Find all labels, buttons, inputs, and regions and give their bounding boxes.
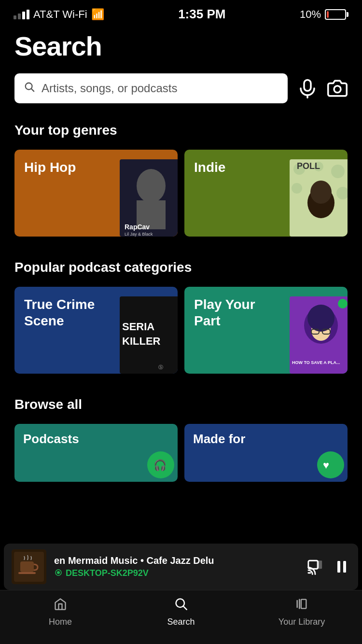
hiphop-label: Hip Hop — [24, 159, 76, 176]
svg-text:RapCav: RapCav — [125, 223, 150, 231]
svg-point-13 — [331, 165, 345, 178]
tab-library-label: Your Library — [278, 617, 325, 627]
device-name: DESKTOP-SK2P92V — [66, 568, 149, 578]
browse-grid: Podcasts 🎧 Made for ♥ — [14, 424, 348, 482]
now-playing-bar[interactable]: en Mermaid Music • Cafe Jazz Delu DESKTO… — [4, 544, 358, 590]
device-cast-icon — [54, 568, 63, 579]
svg-rect-37 — [20, 561, 34, 572]
now-playing-title: en Mermaid Music • Cafe Jazz Delu — [54, 555, 299, 566]
browse-card-podcasts[interactable]: Podcasts 🎧 — [14, 424, 178, 482]
svg-text:♥: ♥ — [323, 459, 329, 471]
genre-card-indie[interactable]: Indie POLL — [184, 150, 348, 237]
podcast-categories-title: Popular podcast categories — [14, 260, 348, 275]
podcasts-label: Podcasts — [23, 432, 79, 447]
svg-rect-43 — [317, 560, 322, 569]
svg-text:SERIA: SERIA — [122, 321, 154, 333]
status-right: 10% — [300, 8, 348, 21]
svg-text:Ⓢ: Ⓢ — [158, 364, 163, 370]
now-playing-controls — [307, 558, 350, 575]
madeforyou-label: Made for — [193, 432, 245, 447]
now-playing-device: DESKTOP-SK2P92V — [54, 568, 299, 579]
podcast-categories-grid: True CrimeScene SERIA KILLER Ⓢ Play Your… — [14, 287, 348, 374]
battery-percent: 10% — [300, 8, 321, 21]
tab-home-label: Home — [49, 617, 72, 627]
search-input-wrapper[interactable]: Artists, songs, or podcasts — [14, 73, 288, 103]
svg-line-1 — [31, 89, 34, 92]
truecrime-label: True CrimeScene — [24, 296, 95, 329]
main-content: Search Artists, songs, or podcasts — [0, 26, 362, 598]
hiphop-art: RapCav Lil Jay & Black — [120, 159, 178, 237]
svg-point-6 — [137, 169, 166, 203]
signal-icon — [14, 10, 29, 19]
status-bar: AT&T Wi-Fi 📶 1:35 PM 10% — [0, 0, 362, 26]
top-genres-grid: Hip Hop RapCav Lil Jay & Black Indie — [14, 150, 348, 237]
playyourpart-art: HOW TO SAVE A PLA... — [290, 296, 348, 374]
truecrime-art: SERIA KILLER Ⓢ — [120, 296, 178, 374]
genre-card-hiphop[interactable]: Hip Hop RapCav Lil Jay & Black — [14, 150, 178, 237]
browse-all-title: Browse all — [14, 397, 348, 412]
svg-text:KILLER: KILLER — [122, 335, 161, 347]
search-placeholder: Artists, songs, or podcasts — [42, 82, 177, 95]
carrier-text: AT&T Wi-Fi — [33, 8, 87, 21]
svg-point-4 — [334, 86, 341, 93]
status-time: 1:35 PM — [178, 7, 225, 22]
top-genres-title: Your top genres — [14, 123, 348, 138]
svg-line-47 — [183, 606, 187, 610]
library-icon — [295, 597, 308, 614]
page-title: Search — [14, 30, 348, 62]
svg-text:Lil Jay & Black: Lil Jay & Black — [125, 232, 153, 237]
playyourpart-label: Play YourPart — [194, 296, 255, 329]
now-playing-thumbnail — [12, 549, 46, 584]
svg-text:HOW TO SAVE A PLA...: HOW TO SAVE A PLA... — [292, 360, 340, 365]
svg-point-14 — [292, 183, 302, 194]
svg-text:POLL: POLL — [297, 161, 320, 171]
search-icon — [24, 82, 35, 95]
svg-point-33 — [317, 451, 344, 478]
mic-button[interactable] — [297, 78, 318, 98]
camera-button[interactable] — [327, 78, 348, 98]
tab-bar: Home Search Your Library — [0, 590, 362, 644]
status-left: AT&T Wi-Fi 📶 — [14, 8, 104, 21]
svg-text:🎧: 🎧 — [153, 459, 167, 472]
svg-rect-50 — [301, 600, 306, 609]
cast-button[interactable] — [307, 559, 323, 575]
podcast-card-truecrime[interactable]: True CrimeScene SERIA KILLER Ⓢ — [14, 287, 178, 374]
search-tab-icon — [174, 597, 188, 614]
svg-point-40 — [57, 571, 60, 574]
browse-card-madeforyou[interactable]: Made for ♥ — [184, 424, 348, 482]
browse-all-section: Browse all Podcasts 🎧 Made for ♥ — [14, 397, 348, 482]
svg-point-26 — [307, 305, 334, 332]
tab-library[interactable]: Your Library — [241, 597, 362, 627]
home-icon — [54, 597, 67, 614]
tab-home[interactable]: Home — [0, 597, 121, 627]
tab-search-label: Search — [167, 617, 195, 627]
svg-point-30 — [338, 299, 348, 308]
indie-art: POLL — [290, 159, 348, 237]
madeforyou-art: ♥ — [314, 448, 348, 482]
svg-rect-38 — [18, 572, 36, 574]
svg-rect-45 — [343, 561, 346, 573]
podcasts-art: 🎧 — [144, 448, 178, 482]
pause-button[interactable] — [333, 558, 350, 575]
svg-rect-2 — [304, 80, 311, 91]
indie-label: Indie — [194, 159, 225, 176]
search-bar-container: Artists, songs, or podcasts — [14, 73, 348, 103]
svg-rect-44 — [337, 561, 340, 573]
svg-point-17 — [310, 181, 332, 204]
battery-icon — [325, 9, 348, 20]
podcast-card-playyourpart[interactable]: Play YourPart HOW TO SAVE A PLA... — [184, 287, 348, 374]
tab-search[interactable]: Search — [121, 597, 241, 627]
now-playing-info: en Mermaid Music • Cafe Jazz Delu DESKTO… — [54, 555, 299, 579]
wifi-icon: 📶 — [91, 8, 104, 21]
